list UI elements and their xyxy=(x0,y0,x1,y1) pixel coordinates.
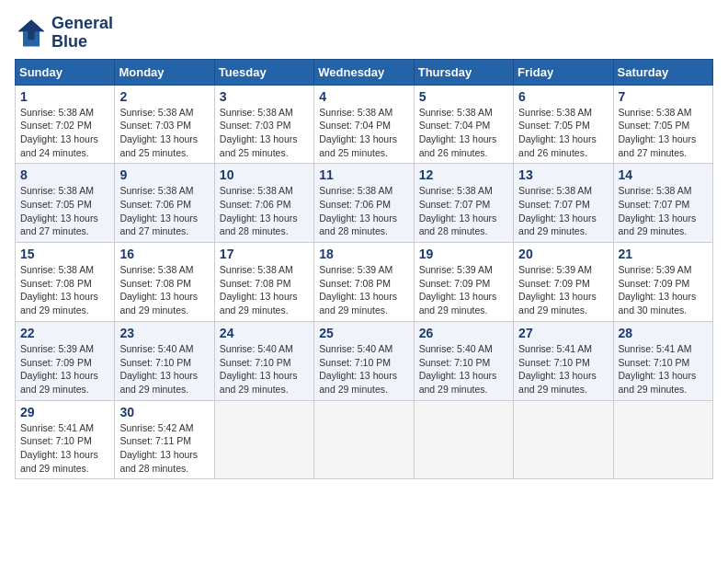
logo: General Blue xyxy=(15,15,113,52)
week-row-2: 8Sunrise: 5:38 AMSunset: 7:05 PMDaylight… xyxy=(16,164,713,243)
day-info: Sunrise: 5:38 AMSunset: 7:07 PMDaylight:… xyxy=(619,184,708,238)
week-row-3: 15Sunrise: 5:38 AMSunset: 7:08 PMDayligh… xyxy=(16,243,713,322)
day-number: 19 xyxy=(419,247,508,261)
day-info: Sunrise: 5:38 AMSunset: 7:07 PMDaylight:… xyxy=(518,184,608,238)
day-number: 7 xyxy=(619,89,708,104)
calendar-cell: 21Sunrise: 5:39 AMSunset: 7:09 PMDayligh… xyxy=(613,243,712,322)
calendar-cell: 29Sunrise: 5:41 AMSunset: 7:10 PMDayligh… xyxy=(16,400,115,479)
day-info: Sunrise: 5:38 AMSunset: 7:03 PMDaylight:… xyxy=(220,106,309,160)
day-number: 26 xyxy=(419,326,508,340)
day-number: 2 xyxy=(119,89,209,104)
calendar-cell: 25Sunrise: 5:40 AMSunset: 7:10 PMDayligh… xyxy=(314,321,414,400)
day-number: 9 xyxy=(119,167,209,182)
day-info: Sunrise: 5:39 AMSunset: 7:09 PMDaylight:… xyxy=(20,342,109,396)
day-number: 22 xyxy=(20,326,109,340)
day-info: Sunrise: 5:38 AMSunset: 7:04 PMDaylight:… xyxy=(419,106,508,160)
col-header-monday: Monday xyxy=(115,59,214,85)
day-number: 1 xyxy=(20,89,109,104)
col-header-tuesday: Tuesday xyxy=(214,59,313,85)
calendar-cell: 10Sunrise: 5:38 AMSunset: 7:06 PMDayligh… xyxy=(214,164,313,243)
day-number: 21 xyxy=(619,247,708,261)
day-info: Sunrise: 5:38 AMSunset: 7:05 PMDaylight:… xyxy=(20,184,109,238)
day-info: Sunrise: 5:38 AMSunset: 7:08 PMDaylight:… xyxy=(119,263,209,317)
day-info: Sunrise: 5:38 AMSunset: 7:06 PMDaylight:… xyxy=(220,184,309,238)
calendar-cell: 15Sunrise: 5:38 AMSunset: 7:08 PMDayligh… xyxy=(16,243,115,322)
day-number: 23 xyxy=(119,326,209,340)
day-info: Sunrise: 5:42 AMSunset: 7:11 PMDaylight:… xyxy=(119,421,209,476)
calendar-cell: 24Sunrise: 5:40 AMSunset: 7:10 PMDayligh… xyxy=(214,321,313,400)
day-number: 11 xyxy=(319,167,408,182)
day-info: Sunrise: 5:38 AMSunset: 7:03 PMDaylight:… xyxy=(119,106,209,160)
day-number: 24 xyxy=(220,326,309,340)
week-row-1: 1Sunrise: 5:38 AMSunset: 7:02 PMDaylight… xyxy=(16,85,713,164)
day-number: 16 xyxy=(119,247,209,261)
calendar-cell: 23Sunrise: 5:40 AMSunset: 7:10 PMDayligh… xyxy=(115,321,214,400)
day-info: Sunrise: 5:38 AMSunset: 7:08 PMDaylight:… xyxy=(20,263,109,317)
day-number: 30 xyxy=(119,405,209,419)
calendar-cell: 4Sunrise: 5:38 AMSunset: 7:04 PMDaylight… xyxy=(314,85,414,164)
calendar-cell: 6Sunrise: 5:38 AMSunset: 7:05 PMDaylight… xyxy=(514,85,613,164)
col-header-sunday: Sunday xyxy=(16,59,115,85)
header-row: SundayMondayTuesdayWednesdayThursdayFrid… xyxy=(16,59,713,85)
col-header-thursday: Thursday xyxy=(414,59,513,85)
day-number: 5 xyxy=(419,89,508,104)
day-number: 6 xyxy=(518,89,608,104)
day-info: Sunrise: 5:38 AMSunset: 7:04 PMDaylight:… xyxy=(319,106,408,160)
calendar-cell: 7Sunrise: 5:38 AMSunset: 7:05 PMDaylight… xyxy=(613,85,712,164)
col-header-friday: Friday xyxy=(514,59,613,85)
day-number: 10 xyxy=(220,167,309,182)
col-header-wednesday: Wednesday xyxy=(314,59,414,85)
day-info: Sunrise: 5:41 AMSunset: 7:10 PMDaylight:… xyxy=(619,342,708,396)
calendar-cell: 5Sunrise: 5:38 AMSunset: 7:04 PMDaylight… xyxy=(414,85,513,164)
calendar-cell: 1Sunrise: 5:38 AMSunset: 7:02 PMDaylight… xyxy=(16,85,115,164)
day-info: Sunrise: 5:40 AMSunset: 7:10 PMDaylight:… xyxy=(119,342,209,396)
calendar-cell xyxy=(314,400,414,479)
day-number: 3 xyxy=(220,89,309,104)
calendar-cell xyxy=(514,400,613,479)
day-number: 20 xyxy=(518,247,608,261)
calendar-cell: 27Sunrise: 5:41 AMSunset: 7:10 PMDayligh… xyxy=(514,321,613,400)
day-info: Sunrise: 5:40 AMSunset: 7:10 PMDaylight:… xyxy=(319,342,408,396)
calendar-cell: 14Sunrise: 5:38 AMSunset: 7:07 PMDayligh… xyxy=(613,164,712,243)
day-number: 25 xyxy=(319,326,408,340)
calendar-cell: 8Sunrise: 5:38 AMSunset: 7:05 PMDaylight… xyxy=(16,164,115,243)
day-info: Sunrise: 5:38 AMSunset: 7:06 PMDaylight:… xyxy=(119,184,209,238)
day-info: Sunrise: 5:38 AMSunset: 7:08 PMDaylight:… xyxy=(220,263,309,317)
calendar-cell: 2Sunrise: 5:38 AMSunset: 7:03 PMDaylight… xyxy=(115,85,214,164)
day-info: Sunrise: 5:39 AMSunset: 7:09 PMDaylight:… xyxy=(518,263,608,317)
logo-icon xyxy=(15,17,48,50)
day-info: Sunrise: 5:38 AMSunset: 7:06 PMDaylight:… xyxy=(319,184,408,238)
day-info: Sunrise: 5:39 AMSunset: 7:09 PMDaylight:… xyxy=(619,263,708,317)
day-number: 14 xyxy=(619,167,708,182)
calendar-cell: 13Sunrise: 5:38 AMSunset: 7:07 PMDayligh… xyxy=(514,164,613,243)
day-info: Sunrise: 5:38 AMSunset: 7:07 PMDaylight:… xyxy=(419,184,508,238)
day-info: Sunrise: 5:39 AMSunset: 7:09 PMDaylight:… xyxy=(419,263,508,317)
calendar-cell: 11Sunrise: 5:38 AMSunset: 7:06 PMDayligh… xyxy=(314,164,414,243)
calendar-cell: 26Sunrise: 5:40 AMSunset: 7:10 PMDayligh… xyxy=(414,321,513,400)
day-info: Sunrise: 5:41 AMSunset: 7:10 PMDaylight:… xyxy=(20,421,109,476)
calendar-cell: 20Sunrise: 5:39 AMSunset: 7:09 PMDayligh… xyxy=(514,243,613,322)
calendar-cell: 19Sunrise: 5:39 AMSunset: 7:09 PMDayligh… xyxy=(414,243,513,322)
day-number: 28 xyxy=(619,326,708,340)
day-info: Sunrise: 5:41 AMSunset: 7:10 PMDaylight:… xyxy=(518,342,608,396)
day-info: Sunrise: 5:40 AMSunset: 7:10 PMDaylight:… xyxy=(419,342,508,396)
calendar-cell: 12Sunrise: 5:38 AMSunset: 7:07 PMDayligh… xyxy=(414,164,513,243)
day-number: 17 xyxy=(220,247,309,261)
day-number: 27 xyxy=(518,326,608,340)
calendar-cell: 17Sunrise: 5:38 AMSunset: 7:08 PMDayligh… xyxy=(214,243,313,322)
calendar-cell: 22Sunrise: 5:39 AMSunset: 7:09 PMDayligh… xyxy=(16,321,115,400)
day-number: 4 xyxy=(319,89,408,104)
day-info: Sunrise: 5:38 AMSunset: 7:05 PMDaylight:… xyxy=(518,106,608,160)
day-info: Sunrise: 5:40 AMSunset: 7:10 PMDaylight:… xyxy=(220,342,309,396)
day-number: 15 xyxy=(20,247,109,261)
calendar-table: SundayMondayTuesdayWednesdayThursdayFrid… xyxy=(15,59,713,480)
day-info: Sunrise: 5:38 AMSunset: 7:02 PMDaylight:… xyxy=(20,106,109,160)
calendar-cell: 9Sunrise: 5:38 AMSunset: 7:06 PMDaylight… xyxy=(115,164,214,243)
calendar-cell: 30Sunrise: 5:42 AMSunset: 7:11 PMDayligh… xyxy=(115,400,214,479)
day-number: 12 xyxy=(419,167,508,182)
day-info: Sunrise: 5:39 AMSunset: 7:08 PMDaylight:… xyxy=(319,263,408,317)
col-header-saturday: Saturday xyxy=(613,59,712,85)
calendar-cell: 18Sunrise: 5:39 AMSunset: 7:08 PMDayligh… xyxy=(314,243,414,322)
calendar-cell: 3Sunrise: 5:38 AMSunset: 7:03 PMDaylight… xyxy=(214,85,313,164)
calendar-cell xyxy=(214,400,313,479)
